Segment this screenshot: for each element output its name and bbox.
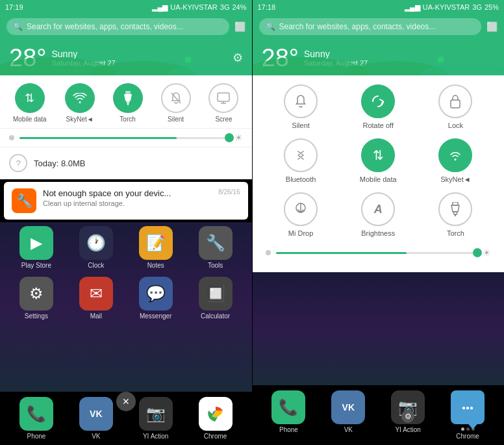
toggle-circle-skynet[interactable] bbox=[65, 83, 95, 113]
search-input-left[interactable]: 🔍 Search for websites, apps, contacts, v… bbox=[6, 18, 229, 35]
gear-overlay: ⚙ bbox=[401, 410, 414, 423]
brightness-sun-left: ☀ bbox=[234, 133, 243, 143]
toggle-circle-screen[interactable] bbox=[208, 83, 238, 113]
qs-rotate-off[interactable]: Rotate off bbox=[343, 84, 414, 129]
right-panel: 17:18 ▂▄▆ UA-KYIVSTAR 3G 25% 🔍 Search fo… bbox=[253, 0, 505, 445]
svg-point-3 bbox=[185, 57, 192, 63]
qs-brightness[interactable]: A Brightness bbox=[343, 192, 414, 237]
toggle-label-mobile-data: Mobile data bbox=[13, 116, 47, 123]
search-placeholder-left: Search for websites, apps, contacts, vid… bbox=[27, 22, 183, 31]
dock-vk[interactable]: VK VK bbox=[73, 397, 120, 440]
qs-silent[interactable]: Silent bbox=[266, 84, 336, 129]
search-bar-left[interactable]: 🔍 Search for websites, apps, contacts, v… bbox=[0, 14, 252, 39]
dock-right: 📞 Phone VK VK 📷 ⚙ YI Action ●●● bbox=[253, 385, 505, 445]
toggle-circle-silent[interactable] bbox=[161, 83, 191, 113]
qs-circle-mi-drop[interactable] bbox=[284, 192, 318, 226]
dock-icon-vk-right: VK bbox=[331, 390, 365, 424]
qs-circle-mobile-data[interactable]: ⇅ bbox=[361, 138, 395, 172]
screen-icon-left bbox=[217, 92, 230, 104]
brightness-fill-left bbox=[19, 137, 177, 139]
network-right: 3G bbox=[472, 3, 482, 11]
app-settings[interactable]: ⚙ Settings bbox=[13, 277, 60, 320]
qs-circle-brightness[interactable]: A bbox=[361, 192, 395, 226]
brightness-track-left[interactable] bbox=[19, 137, 229, 139]
dock-vk-right[interactable]: VK VK bbox=[325, 390, 372, 440]
app-clock[interactable]: 🕐 Clock bbox=[73, 226, 120, 269]
svg-rect-16 bbox=[451, 100, 460, 108]
dock-chrome[interactable]: Chrome bbox=[192, 397, 239, 440]
tab-icon-left: ⬜ bbox=[234, 21, 246, 32]
qs-bluetooth[interactable]: Bluetooth bbox=[266, 138, 336, 183]
toggle-mobile-data[interactable]: ⇅ Mobile data bbox=[13, 83, 47, 123]
app-notes[interactable]: 📝 Notes bbox=[132, 226, 179, 269]
silent-icon-right bbox=[294, 94, 308, 109]
app-icon-tools: 🔧 bbox=[199, 226, 233, 260]
app-icon-mail: ✉ bbox=[79, 277, 113, 311]
mi-drop-icon-right bbox=[295, 202, 307, 216]
qs-mi-drop[interactable]: Mi Drop bbox=[266, 192, 336, 237]
app-mail[interactable]: ✉ Mail bbox=[73, 277, 120, 320]
qs-circle-skynet[interactable] bbox=[438, 138, 472, 172]
notification-item[interactable]: 🔧 Not enough space on your devic... Clea… bbox=[4, 182, 248, 220]
dock-yi-action-right[interactable]: 📷 ⚙ YI Action bbox=[384, 390, 431, 440]
close-button[interactable]: ✕ bbox=[116, 392, 136, 411]
brightness-row-left: ☀ bbox=[0, 129, 252, 147]
search-bar-right[interactable]: 🔍 Search for websites, apps, contacts, v… bbox=[253, 14, 505, 39]
weather-right: 28° Sunny Saturday, August 27 bbox=[253, 39, 505, 75]
qs-brightness-thumb[interactable] bbox=[473, 248, 482, 257]
toggle-silent[interactable]: Silent bbox=[161, 83, 191, 123]
dock-phone-right[interactable]: 📞 Phone bbox=[265, 390, 312, 440]
tab-icon-right: ⬜ bbox=[486, 21, 498, 32]
time-right: 17:18 bbox=[258, 3, 276, 11]
network-left: 3G bbox=[220, 3, 230, 11]
qs-skynet[interactable]: SkyNet◄ bbox=[420, 138, 491, 183]
toggle-skynet[interactable]: SkyNet◄ bbox=[65, 83, 95, 123]
carrier-right: UA-KYIVSTAR bbox=[423, 3, 470, 11]
dock-chrome-right[interactable]: ●●● Chrome bbox=[444, 390, 491, 440]
left-panel: 17:19 ▂▄▆ UA-KYIVSTAR 3G 24% 🔍 Search fo… bbox=[0, 0, 252, 445]
app-icon-calculator: 🔲 bbox=[199, 277, 233, 311]
qs-circle-bluetooth[interactable] bbox=[284, 138, 318, 172]
qs-lock[interactable]: Lock bbox=[420, 84, 491, 129]
app-tools[interactable]: 🔧 Tools bbox=[192, 226, 239, 269]
app-play-store[interactable]: ▶ Play Store bbox=[13, 226, 60, 269]
dock-icon-yi-action: 📷 bbox=[139, 397, 173, 431]
dock-icon-phone-right: 📞 bbox=[271, 390, 305, 424]
qs-label-bluetooth: Bluetooth bbox=[286, 175, 316, 183]
usage-icon: ? bbox=[9, 154, 27, 172]
signal-icon-right: ▂▄▆ bbox=[405, 3, 420, 12]
weather-left: 28° Sunny Saturday, August 27 ⚙ bbox=[0, 39, 252, 75]
toggle-screen[interactable]: Scree bbox=[208, 83, 238, 123]
dock-icon-chrome-right: ●●● bbox=[451, 390, 485, 424]
svg-point-2 bbox=[169, 62, 252, 75]
mobile-data-icon-right: ⇅ bbox=[373, 147, 384, 163]
svg-rect-4 bbox=[125, 91, 131, 94]
qs-mobile-data[interactable]: ⇅ Mobile data bbox=[343, 138, 414, 183]
toggle-circle-torch[interactable] bbox=[113, 83, 143, 113]
app-row-2: ⚙ Settings ✉ Mail 💬 Messenger 🔲 Calculat… bbox=[0, 273, 252, 324]
qs-circle-silent[interactable] bbox=[284, 84, 318, 118]
qs-circle-lock[interactable] bbox=[438, 84, 472, 118]
bluetooth-icon-right bbox=[296, 147, 306, 163]
time-left: 17:19 bbox=[5, 3, 23, 11]
usage-text: Today: 8.0MB bbox=[34, 159, 86, 168]
toggle-torch[interactable]: Torch bbox=[113, 83, 143, 123]
app-messenger[interactable]: 💬 Messenger bbox=[132, 277, 179, 320]
dock-phone[interactable]: 📞 Phone bbox=[13, 397, 60, 440]
search-input-right[interactable]: 🔍 Search for websites, apps, contacts, v… bbox=[259, 18, 482, 35]
qs-label-mi-drop: Mi Drop bbox=[288, 229, 314, 237]
qs-circle-rotate-off[interactable] bbox=[361, 84, 395, 118]
qs-torch[interactable]: Torch bbox=[420, 192, 491, 237]
notification-body: Clean up internal storage. bbox=[43, 199, 212, 207]
dock-icon-vk: VK bbox=[79, 397, 113, 431]
qs-circle-torch[interactable] bbox=[438, 192, 472, 226]
toggle-label-silent: Silent bbox=[168, 116, 184, 123]
qs-brightness-track[interactable] bbox=[276, 252, 478, 254]
status-bar-left: 17:19 ▂▄▆ UA-KYIVSTAR 3G 24% bbox=[0, 0, 252, 14]
app-calculator[interactable]: 🔲 Calculator bbox=[192, 277, 239, 320]
svg-rect-7 bbox=[218, 93, 229, 101]
battery-right: 25% bbox=[485, 3, 499, 11]
dock-yi-action[interactable]: 📷 YI Action bbox=[132, 397, 179, 440]
brightness-thumb-left[interactable] bbox=[225, 133, 234, 142]
toggle-circle-mobile-data[interactable]: ⇅ bbox=[15, 83, 45, 113]
